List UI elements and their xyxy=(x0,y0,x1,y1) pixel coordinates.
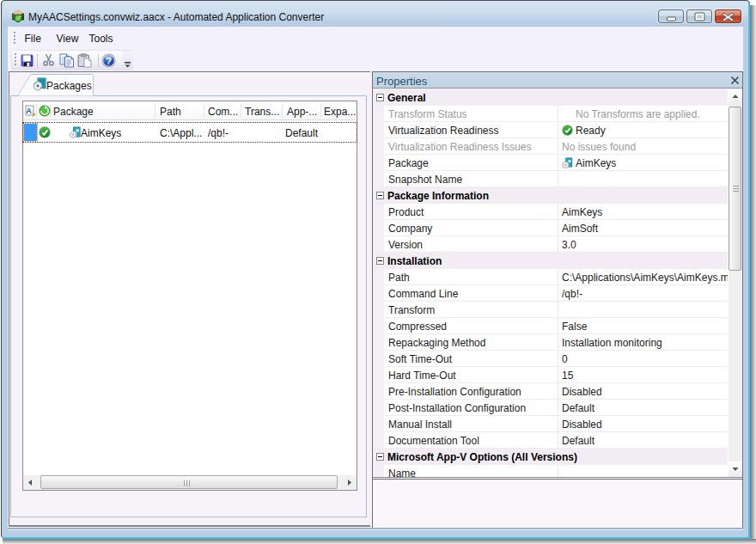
svg-text:A: A xyxy=(26,107,32,115)
svg-text:?: ? xyxy=(106,56,112,66)
